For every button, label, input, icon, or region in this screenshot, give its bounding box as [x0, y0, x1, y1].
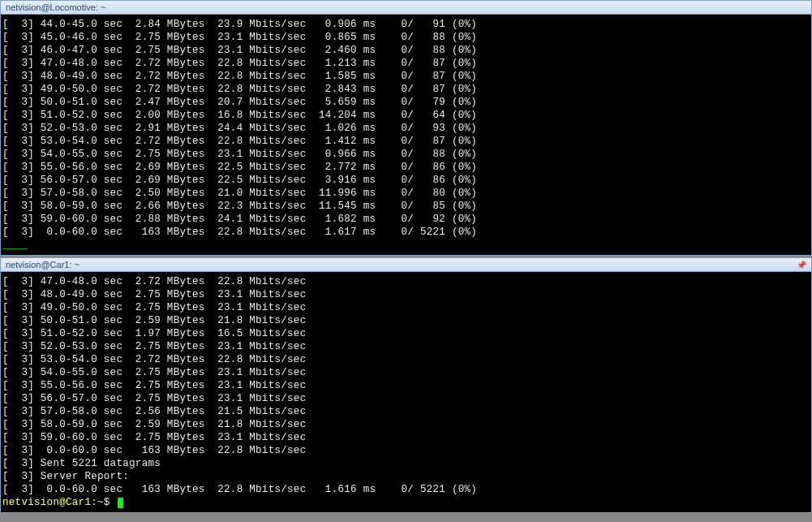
output-line: [ 3] 47.0-48.0 sec 2.72 MBytes 22.8 Mbit… — [2, 57, 810, 70]
prompt-sep: : — [91, 497, 97, 508]
titlebar-locomotive[interactable]: netvision@Locomotive: ~ — [1, 1, 811, 15]
prompt-user: netvision@Car1 — [2, 497, 91, 508]
output-line: [ 3] 57.0-58.0 sec 2.56 MBytes 21.5 Mbit… — [2, 405, 810, 418]
prompt-path: ~ — [97, 497, 104, 508]
window-title: netvision@Car1: ~ — [6, 260, 79, 270]
output-line: [ 3] 57.0-58.0 sec 2.50 MBytes 21.0 Mbit… — [2, 187, 810, 200]
output-line: [ 3] 59.0-60.0 sec 2.75 MBytes 23.1 Mbit… — [2, 431, 810, 444]
output-line: [ 3] 45.0-46.0 sec 2.75 MBytes 23.1 Mbit… — [2, 31, 810, 44]
output-line: [ 3] 50.0-51.0 sec 2.47 MBytes 20.7 Mbit… — [2, 96, 810, 109]
output-line: [ 3] 54.0-55.0 sec 2.75 MBytes 23.1 Mbit… — [2, 366, 810, 379]
window-title: netvision@Locomotive: ~ — [6, 2, 105, 12]
output-line: [ 3] 58.0-59.0 sec 2.59 MBytes 21.8 Mbit… — [2, 418, 810, 431]
output-line: [ 3] Server Report: — [2, 470, 810, 483]
terminal-output-car1[interactable]: [ 3] 47.0-48.0 sec 2.72 MBytes 22.8 Mbit… — [1, 272, 811, 512]
output-line: [ 3] 0.0-60.0 sec 163 MBytes 22.8 Mbits/… — [2, 444, 810, 457]
output-line: [ 3] 58.0-59.0 sec 2.66 MBytes 22.3 Mbit… — [2, 200, 810, 213]
terminal-pane-locomotive: netvision@Locomotive: ~ [ 3] 44.0-45.0 s… — [0, 0, 812, 256]
output-line: [ 3] 49.0-50.0 sec 2.72 MBytes 22.8 Mbit… — [2, 83, 810, 96]
output-line: [ 3] 51.0-52.0 sec 2.00 MBytes 16.8 Mbit… — [2, 109, 810, 122]
output-line: [ 3] 55.0-56.0 sec 2.69 MBytes 22.5 Mbit… — [2, 161, 810, 174]
output-line: [ 3] 52.0-53.0 sec 2.91 MBytes 24.4 Mbit… — [2, 122, 810, 135]
output-line: [ 3] 53.0-54.0 sec 2.72 MBytes 22.8 Mbit… — [2, 353, 810, 366]
output-line: [ 3] 0.0-60.0 sec 163 MBytes 22.8 Mbits/… — [2, 483, 810, 496]
terminal-pane-car1: netvision@Car1: ~ 📌 [ 3] 47.0-48.0 sec 2… — [0, 257, 812, 513]
output-line: [ 3] 48.0-49.0 sec 2.75 MBytes 23.1 Mbit… — [2, 288, 810, 301]
output-line: [ 3] 55.0-56.0 sec 2.75 MBytes 23.1 Mbit… — [2, 379, 810, 392]
titlebar-car1[interactable]: netvision@Car1: ~ 📌 — [1, 258, 811, 272]
pin-icon[interactable]: 📌 — [797, 261, 806, 270]
output-line: [ 3] 50.0-51.0 sec 2.59 MBytes 21.8 Mbit… — [2, 314, 810, 327]
output-line: ____ — [2, 239, 810, 252]
terminal-output-locomotive[interactable]: [ 3] 44.0-45.0 sec 2.84 MBytes 23.9 Mbit… — [1, 15, 811, 255]
output-line: [ 3] 49.0-50.0 sec 2.75 MBytes 23.1 Mbit… — [2, 301, 810, 314]
output-line: [ 3] 51.0-52.0 sec 1.97 MBytes 16.5 Mbit… — [2, 327, 810, 340]
output-line: [ 3] 46.0-47.0 sec 2.75 MBytes 23.1 Mbit… — [2, 44, 810, 57]
output-line: [ 3] 0.0-60.0 sec 163 MBytes 22.8 Mbits/… — [2, 226, 810, 239]
output-line: [ 3] 59.0-60.0 sec 2.88 MBytes 24.1 Mbit… — [2, 213, 810, 226]
prompt-line[interactable]: netvision@Car1:~$ — [2, 496, 810, 509]
output-line: [ 3] 54.0-55.0 sec 2.75 MBytes 23.1 Mbit… — [2, 148, 810, 161]
output-line: [ 3] 52.0-53.0 sec 2.75 MBytes 23.1 Mbit… — [2, 340, 810, 353]
output-line: [ 3] 48.0-49.0 sec 2.72 MBytes 22.8 Mbit… — [2, 70, 810, 83]
output-line: [ 3] 56.0-57.0 sec 2.69 MBytes 22.5 Mbit… — [2, 174, 810, 187]
output-line: [ 3] 47.0-48.0 sec 2.72 MBytes 22.8 Mbit… — [2, 275, 810, 288]
prompt-suffix: $ — [104, 497, 117, 508]
output-line: [ 3] 53.0-54.0 sec 2.72 MBytes 22.8 Mbit… — [2, 135, 810, 148]
output-line: [ 3] 44.0-45.0 sec 2.84 MBytes 23.9 Mbit… — [2, 18, 810, 31]
cursor-icon — [118, 498, 123, 508]
output-line: [ 3] Sent 5221 datagrams — [2, 457, 810, 470]
output-line: [ 3] 56.0-57.0 sec 2.75 MBytes 23.1 Mbit… — [2, 392, 810, 405]
